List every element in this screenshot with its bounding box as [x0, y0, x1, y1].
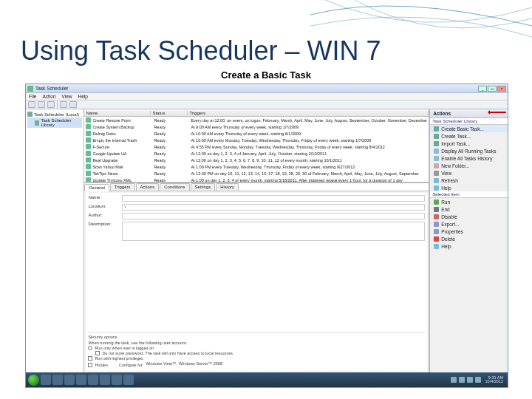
tray-icon[interactable] — [451, 377, 457, 383]
menu-file[interactable]: File — [29, 94, 36, 99]
task-row[interactable]: Update TryIcons XMLReadyAt 1:00 on day 1… — [84, 177, 429, 183]
toolbar-help-icon[interactable] — [69, 101, 77, 108]
tray-icon[interactable] — [467, 377, 473, 383]
taskbar-app-5[interactable] — [88, 375, 98, 385]
menu-help[interactable]: Help — [78, 94, 88, 99]
col-status[interactable]: Status — [151, 111, 188, 115]
task-row[interactable]: Defrag DisksReadyAt 10:00 AM every Thurs… — [84, 130, 429, 137]
task-trigger: At 12:00 on day 1, 2, 3, 4, 5, 6, 7, 8, … — [191, 158, 427, 163]
col-triggers[interactable]: Triggers — [188, 111, 429, 115]
action-label: Delete — [441, 236, 455, 242]
actions-header: Actions — [430, 109, 508, 118]
toolbar-forward-icon[interactable] — [38, 101, 45, 108]
action-item[interactable]: New Folder... — [430, 162, 508, 169]
taskbar-app-3[interactable] — [64, 375, 75, 385]
task-trigger: At 1:00 on day 1, 2, 3, 4 of every month… — [191, 178, 427, 183]
task-icon — [86, 151, 91, 156]
action-item[interactable]: Run — [430, 198, 508, 205]
action-label: Enable All Tasks History — [441, 156, 492, 161]
tray-icon[interactable] — [475, 377, 481, 383]
taskbar-app-1[interactable] — [41, 375, 51, 385]
task-row[interactable]: F-SecureReadyAt 4:55 PM every Sunday, Mo… — [84, 143, 429, 150]
task-name: Defrag Disks — [92, 132, 154, 136]
taskbar-app-4[interactable] — [76, 375, 86, 385]
radio-logged-on[interactable] — [88, 346, 92, 350]
chk-hidden[interactable] — [88, 363, 92, 367]
tab-actions[interactable]: Actions — [136, 183, 160, 191]
name-field — [122, 195, 425, 202]
taskbar-app-2[interactable] — [52, 375, 63, 385]
task-row[interactable]: Google Update UAReadyAt 12:00 on day 1, … — [84, 150, 429, 157]
action-item[interactable]: Refresh — [430, 177, 508, 184]
taskbar-app-8[interactable] — [123, 375, 134, 385]
action-item[interactable]: Create Basic Task... — [430, 125, 508, 132]
action-icon — [434, 222, 439, 227]
start-orb-icon — [28, 375, 39, 386]
task-row[interactable]: Create Restore PointReadyEvery day at 12… — [84, 117, 429, 123]
action-item[interactable]: Properties — [430, 228, 508, 235]
action-icon — [434, 185, 439, 191]
actions-section-library: Task Scheduler Library — [430, 118, 508, 125]
toolbar-refresh-icon[interactable] — [60, 101, 67, 108]
action-label: Properties — [441, 229, 463, 234]
action-icon — [434, 229, 439, 234]
action-item[interactable]: Export... — [430, 220, 508, 228]
task-icon — [86, 144, 91, 149]
action-icon — [434, 244, 439, 249]
action-label: Import Task... — [441, 141, 470, 146]
action-label: New Folder... — [441, 163, 469, 168]
task-details: General Triggers Actions Conditions Sett… — [84, 183, 429, 372]
task-status: Ready — [154, 132, 191, 136]
action-icon — [434, 134, 439, 139]
task-trigger: At 12:00 on day 1, 2, 3, 4 of January, A… — [191, 151, 427, 156]
toolbar-up-icon[interactable] — [47, 101, 55, 108]
chk-highest-priv[interactable] — [88, 356, 92, 361]
tab-conditions[interactable]: Conditions — [160, 183, 189, 191]
tab-triggers[interactable]: Triggers — [110, 183, 135, 191]
location-label: Location: — [88, 204, 119, 211]
tray-icon[interactable] — [459, 377, 465, 383]
action-item[interactable]: Import Task... — [430, 140, 508, 147]
action-item[interactable]: Create Task... — [430, 132, 508, 140]
menu-action[interactable]: Action — [42, 94, 55, 99]
col-name[interactable]: Name — [84, 111, 151, 115]
task-row[interactable]: Scan Yahoo MailReadyAt 1:00 PM every Tue… — [84, 163, 429, 170]
action-item[interactable]: Delete — [430, 235, 508, 242]
task-icon — [86, 117, 91, 123]
taskbar-app-6[interactable] — [100, 375, 110, 385]
action-item[interactable]: Help — [430, 184, 508, 191]
action-item[interactable]: Help — [430, 242, 508, 250]
task-trigger: At 12:00 PM on day 10, 11, 12, 13, 14, 1… — [191, 171, 427, 176]
action-item[interactable]: Enable All Tasks History — [430, 154, 508, 162]
author-field — [122, 213, 425, 219]
task-row[interactable]: Real UpgradeReadyAt 12:00 on day 1, 2, 3… — [84, 157, 429, 163]
minimize-button[interactable]: _ — [478, 86, 487, 92]
configure-dropdown[interactable]: Windows Vista™, Windows Server™ 2008 — [146, 361, 256, 368]
action-item[interactable]: View — [430, 169, 508, 177]
tree-root[interactable]: Task Scheduler (Local) — [27, 111, 82, 117]
task-name: Empty the Internal Trash — [92, 138, 154, 143]
menu-view[interactable]: View — [62, 94, 72, 99]
tab-general[interactable]: General — [84, 184, 109, 191]
task-row[interactable]: TekTips NewsReadyAt 12:00 PM on day 10, … — [84, 170, 429, 177]
action-item[interactable]: End — [430, 205, 508, 213]
tree-library[interactable]: Task Scheduler Library — [27, 117, 82, 128]
start-button[interactable] — [28, 375, 39, 386]
tab-settings[interactable]: Settings — [191, 183, 216, 191]
toolbar-back-icon[interactable] — [28, 101, 35, 108]
task-row[interactable]: Create System BackupReadyAt 9:00 AM ever… — [84, 123, 429, 130]
tree-root-label: Task Scheduler (Local) — [34, 112, 79, 117]
taskbar: 9:31 AM 10/4/2012 — [26, 372, 508, 387]
maximize-button[interactable]: ▭ — [488, 86, 497, 92]
action-item[interactable]: Disable — [430, 213, 508, 220]
chk-no-password[interactable] — [95, 351, 100, 355]
action-item[interactable]: Display All Running Tasks — [430, 147, 508, 154]
action-label: Run — [441, 200, 450, 205]
close-button[interactable]: × — [497, 86, 506, 92]
security-heading: Security options — [88, 335, 425, 339]
action-label: Refresh — [441, 178, 458, 183]
taskbar-app-7[interactable] — [112, 375, 122, 385]
system-clock[interactable]: 9:31 AM 10/4/2012 — [483, 376, 505, 384]
task-row[interactable]: Empty the Internal TrashReadyAt 10:00 AM… — [84, 137, 429, 143]
tab-history[interactable]: History — [216, 183, 239, 191]
